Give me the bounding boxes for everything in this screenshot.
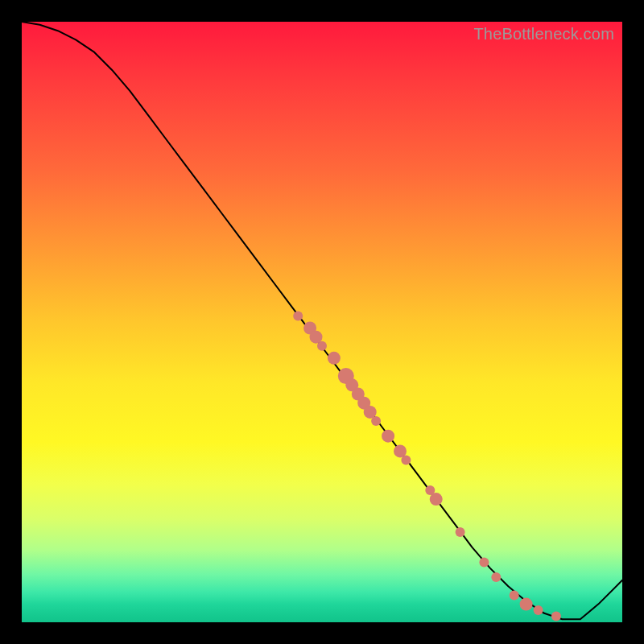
highlight-dot	[534, 605, 543, 615]
chart-svg	[22, 22, 622, 622]
highlight-dot	[551, 612, 561, 621]
highlight-dot	[371, 416, 381, 426]
plot-area: TheBottleneck.com	[22, 22, 622, 622]
highlight-dot	[328, 352, 341, 365]
bottleneck-curve-line	[22, 22, 622, 619]
highlight-dot	[491, 572, 501, 582]
highlight-dot	[520, 598, 533, 611]
highlight-dot	[510, 590, 519, 600]
highlight-dot	[430, 493, 443, 506]
highlight-dot	[293, 312, 303, 321]
highlight-dot	[456, 527, 465, 537]
highlight-dots-group	[293, 312, 561, 621]
highlight-dot	[382, 430, 394, 443]
highlight-dot	[479, 557, 489, 567]
highlight-dot	[317, 341, 327, 351]
highlight-dot	[401, 456, 411, 465]
chart-frame: TheBottleneck.com	[0, 0, 644, 644]
